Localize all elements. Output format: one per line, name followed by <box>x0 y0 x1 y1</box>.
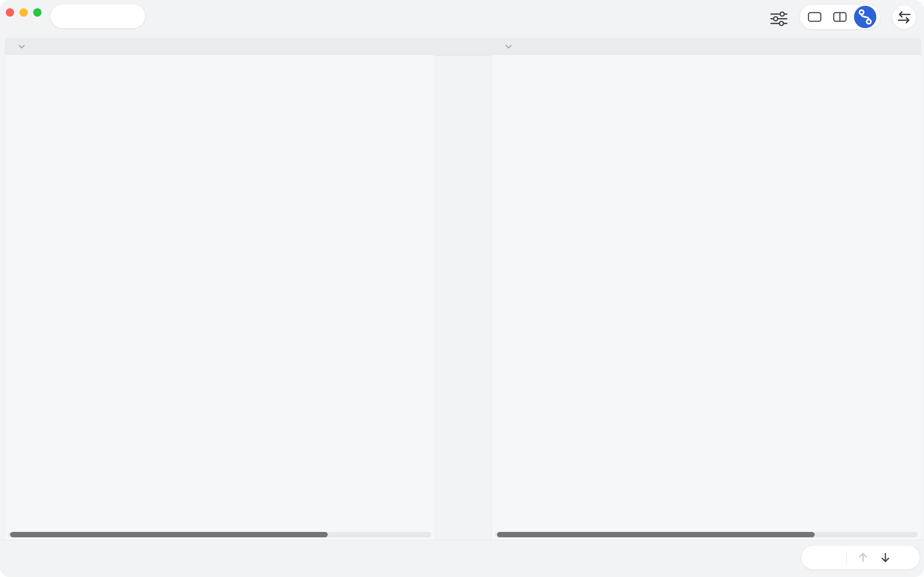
after-code-pane[interactable] <box>492 55 921 540</box>
right-horizontal-scrollbar[interactable] <box>495 532 918 537</box>
zoom-window-icon[interactable] <box>33 8 42 16</box>
previous-change-button[interactable] <box>852 546 874 569</box>
pane-headers <box>5 38 921 56</box>
arrow-down-icon <box>879 551 892 564</box>
left-horizontal-scrollbar[interactable] <box>8 532 431 537</box>
linked-diff-view-button[interactable] <box>853 5 878 29</box>
swap-arrows-icon <box>896 10 912 24</box>
minimize-window-icon[interactable] <box>19 8 28 16</box>
before-code-pane[interactable] <box>5 55 435 540</box>
filter-button[interactable] <box>769 10 788 28</box>
left-file-header[interactable] <box>15 38 25 55</box>
sliders-icon <box>769 10 788 28</box>
chevron-down-icon <box>505 45 512 49</box>
window-controls <box>6 8 42 16</box>
right-scrollbar-thumb[interactable] <box>497 532 815 537</box>
single-pane-icon <box>808 11 822 23</box>
footer-bar <box>0 540 924 577</box>
diff-content-card <box>5 38 921 540</box>
single-pane-view-button[interactable] <box>802 5 827 29</box>
title-pill <box>50 4 145 28</box>
next-change-button[interactable] <box>874 546 897 569</box>
right-file-header[interactable] <box>502 38 512 55</box>
linked-diff-icon <box>854 6 876 28</box>
split-pane-view-button[interactable] <box>827 5 853 29</box>
view-mode-segmented-control <box>800 5 880 29</box>
changes-navigator <box>801 546 920 569</box>
chevron-down-icon <box>18 45 25 49</box>
left-scrollbar-thumb[interactable] <box>10 532 328 537</box>
diff-connectors <box>433 55 493 540</box>
close-window-icon[interactable] <box>6 8 14 16</box>
swap-sides-button[interactable] <box>892 5 916 29</box>
app-window <box>0 0 924 577</box>
arrow-up-icon <box>857 551 869 564</box>
linked-diff-selected-badge <box>854 6 876 28</box>
split-pane-icon <box>833 11 847 23</box>
divider <box>846 551 847 564</box>
